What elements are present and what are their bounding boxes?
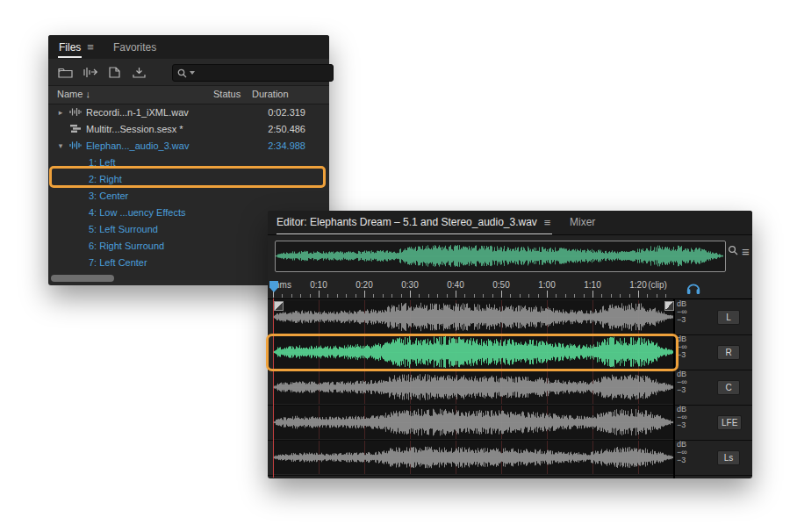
files-column-headers: Name ↓ Status Duration [48,85,329,104]
db-neg3-label: −3 [677,421,687,429]
ruler-tick-label: 0:50 [492,280,509,290]
column-header-duration[interactable]: Duration [252,89,289,99]
db-neg3-label: −3 [677,457,687,464]
fade-out-handle[interactable] [664,301,674,311]
file-duration: 2:34.988 [268,140,329,151]
headphone-monitor-icon[interactable] [686,280,703,297]
zoom-selection-icon[interactable] [728,245,739,256]
search-input[interactable] [198,67,306,79]
search-icon [177,68,187,78]
editor-titlebar: Editor: Elephants Dream – 5.1 and Stereo… [268,211,752,235]
waveform-file-icon [67,140,84,150]
file-name: Multitr...Session.sesx * [86,124,183,134]
waveform-canvas-LFE[interactable] [273,406,673,439]
waveform-canvas-R[interactable] [273,335,673,369]
waveform-db-separator [673,298,675,478]
channel-label: 3: Center [89,191,128,201]
channel-label: 4: Low ...uency Effects [89,207,185,218]
file-duration: 0:02.319 [268,107,329,118]
column-header-name[interactable]: Name ↓ [57,89,90,99]
overview-waveform-strip[interactable] [275,241,726,272]
editor-tab[interactable]: Editor: Elephants Dream – 5.1 and Stereo… [276,211,552,234]
channel-label: 7: Left Center [89,257,147,268]
channel-badge-L[interactable]: L [717,310,740,325]
channel-row-center[interactable]: 3: Center [48,187,329,204]
db-scale: dB −∞ −3 [677,300,687,324]
file-row-elephants[interactable]: ▾ Elephan..._audio_3.wav 2:34.988 [48,137,329,154]
search-options-caret-icon[interactable] [190,71,195,75]
fade-in-handle[interactable] [274,301,284,311]
file-duration: 2:50.486 [268,124,329,134]
timeline-ruler[interactable]: hms 0:10 0:20 0:30 0:40 0:50 1:00 1:10 1… [268,277,752,298]
export-save-icon[interactable] [131,64,147,80]
db-neg3-label: −3 [677,386,687,394]
chevron-down-icon[interactable]: ▾ [54,141,67,150]
db-scale: dB −∞ −3 [677,335,687,359]
new-file-icon[interactable] [106,64,123,80]
waveform-file-icon [67,107,84,117]
waveform-canvas-L[interactable] [273,300,673,334]
channel-label: 6: Right Surround [89,241,164,251]
current-time-indicator[interactable] [273,298,274,478]
search-box[interactable] [172,64,334,82]
ruler-tick-label: 1:10 [584,280,600,290]
track-row-R[interactable]: dB −∞ −3 R [268,334,752,370]
waveform-canvas-Ls[interactable] [273,441,673,474]
tab-favorites-label: Favorites [113,41,156,54]
channel-badge-LFE[interactable]: LFE [717,415,742,430]
tab-files-label: Files [58,37,82,58]
channel-row-right[interactable]: 2: Right [48,170,329,187]
ruler-tick-label: 0:40 [447,280,463,290]
ruler-tick-label: 0:10 [310,280,327,290]
file-row-session[interactable]: Multitr...Session.sesx * 2:50.486 [48,120,329,137]
tab-files[interactable]: Files ≡ [48,35,104,59]
horizontal-scrollbar-thumb[interactable] [51,275,114,282]
tab-favorites[interactable]: Favorites [104,35,166,59]
track-row-C[interactable]: dB −∞ −3 C [268,370,752,406]
channel-label: 2: Right [89,174,122,184]
channel-label: 5: Left Surround [89,224,158,234]
panel-menu-icon[interactable]: ≡ [544,217,551,228]
channel-badge-Ls[interactable]: Ls [717,450,740,465]
db-scale: dB −∞ −3 [677,406,687,429]
panel-menu-icon[interactable]: ≡ [87,41,94,53]
file-name: Recordi...n-1_iXML.wav [86,107,189,118]
ruler-tick-label: 1:00 [538,280,555,290]
file-name: Elephan..._audio_3.wav [86,140,189,151]
tab-mixer[interactable]: Mixer [570,216,595,228]
open-file-icon[interactable] [57,64,74,80]
db-scale: dB −∞ −3 [677,370,687,394]
db-neg3-label: −3 [677,316,687,324]
ruler-tick-label: 1:20 [629,280,646,290]
chevron-right-icon[interactable]: ▸ [54,108,67,117]
ruler-tick-label: 0:30 [401,280,418,290]
import-audio-icon[interactable] [82,64,98,80]
sort-arrow-icon: ↓ [85,89,90,99]
channel-row-left[interactable]: 1: Left [48,154,329,170]
db-scale: dB −∞ −3 [677,441,687,464]
db-neg3-label: −3 [677,351,687,359]
tracks-area: dB −∞ −3 L dB −∞ −3 R dB −∞ [268,298,752,479]
track-row-L[interactable]: dB −∞ −3 L [268,299,752,335]
track-row-Ls[interactable]: dB −∞ −3 Ls [268,440,752,476]
channel-badge-R[interactable]: R [717,345,740,360]
overview-menu-icon[interactable]: ≡ [742,245,750,258]
editor-title: Editor: Elephants Dream – 5.1 and Stereo… [276,216,537,228]
column-header-status[interactable]: Status [213,89,241,99]
files-tabbar: Files ≡ Favorites [48,35,329,59]
channel-label: 1: Left [89,157,116,168]
track-row-LFE[interactable]: dB −∞ −3 LFE [268,405,752,441]
multitrack-session-icon [67,124,84,133]
ruler-tick-label: 0:20 [356,280,372,290]
overview-waveform-canvas[interactable] [276,242,723,270]
screenshot-stage: Files ≡ Favorites [0,0,790,532]
channel-badge-C[interactable]: C [717,380,740,395]
ruler-major-ticks [273,291,673,298]
file-row-recording[interactable]: ▸ Recordi...n-1_iXML.wav 0:02.319 [48,104,329,120]
editor-panel: Editor: Elephants Dream – 5.1 and Stereo… [268,211,752,478]
waveform-canvas-C[interactable] [273,370,673,404]
ruler-clip-label: (clip) [648,280,667,290]
name-header-label: Name [57,89,83,99]
